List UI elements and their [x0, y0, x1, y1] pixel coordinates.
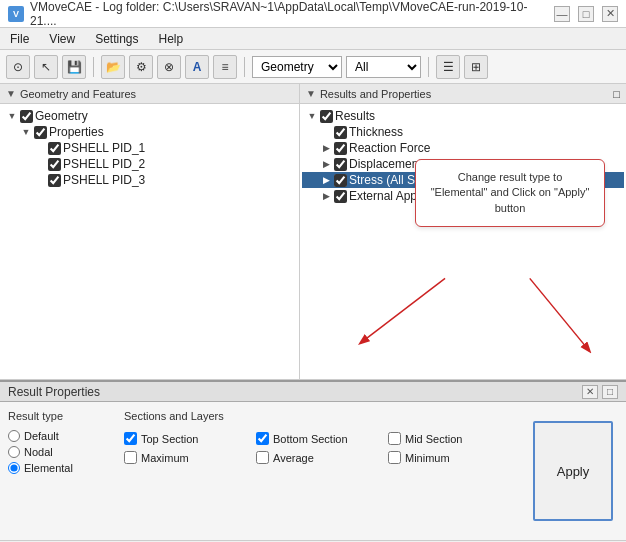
toolbar-open-button[interactable]: 📂	[101, 55, 125, 79]
close-button[interactable]: ✕	[602, 6, 618, 22]
radio-elemental-label: Elemental	[24, 462, 73, 474]
cb-top-section-label: Top Section	[141, 433, 198, 445]
toolbar-text-button[interactable]: A	[185, 55, 209, 79]
toolbar-list-button[interactable]: ☰	[436, 55, 460, 79]
cb-mid-section-label: Mid Section	[405, 433, 462, 445]
checkbox-displacement[interactable]	[334, 158, 347, 171]
rp-header-close-btn[interactable]: ✕	[582, 385, 598, 399]
right-panel-expand-icon[interactable]: □	[613, 88, 620, 100]
cb-average-label: Average	[273, 452, 314, 464]
toolbar-save-button[interactable]: 💾	[62, 55, 86, 79]
radio-default-input[interactable]	[8, 430, 20, 442]
toolbar-settings-button[interactable]: ⚙	[129, 55, 153, 79]
checkbox-pshell2[interactable]	[48, 158, 61, 171]
cb-maximum-label: Maximum	[141, 452, 189, 464]
left-panel-collapse-icon[interactable]: ▼	[6, 88, 16, 99]
left-panel: ▼ Geometry and Features ▼ Geometry ▼ Pro…	[0, 84, 300, 379]
result-properties-body: Result type Default Nodal Elemental Sect…	[0, 402, 626, 540]
callout-text: Change result type to "Elemental" and Cl…	[431, 171, 590, 214]
toolbar: ⊙ ↖ 💾 📂 ⚙ ⊗ A ≡ Geometry All ☰ ⊞	[0, 50, 626, 84]
apply-button[interactable]: Apply	[533, 421, 613, 521]
checkbox-reaction-force[interactable]	[334, 142, 347, 155]
expand-geometry-icon: ▼	[6, 110, 18, 122]
cb-bottom-section-label: Bottom Section	[273, 433, 348, 445]
expand-stress-icon: ▶	[320, 174, 332, 186]
toolbar-cursor-button[interactable]: ↖	[34, 55, 58, 79]
toolbar-filter-button[interactable]: ⊗	[157, 55, 181, 79]
expand-properties-icon: ▼	[20, 126, 32, 138]
label-pshell1: PSHELL PID_1	[63, 141, 145, 155]
cb-bottom-section-input[interactable]	[256, 432, 269, 445]
result-properties-panel: Result Properties ✕ □ Result type Defaul…	[0, 380, 626, 540]
svg-line-1	[530, 278, 590, 351]
radio-default[interactable]: Default	[8, 430, 108, 442]
checkbox-geometry[interactable]	[20, 110, 33, 123]
cb-bottom-section[interactable]: Bottom Section	[256, 432, 380, 445]
tree-item-reaction-force[interactable]: ▶ Reaction Force	[302, 140, 624, 156]
tree-item-geometry[interactable]: ▼ Geometry	[2, 108, 297, 124]
radio-default-label: Default	[24, 430, 59, 442]
menu-bar: File View Settings Help	[0, 28, 626, 50]
checkbox-pshell1[interactable]	[48, 142, 61, 155]
cb-maximum[interactable]: Maximum	[124, 451, 248, 464]
checkbox-properties[interactable]	[34, 126, 47, 139]
right-panel-collapse-icon[interactable]: ▼	[306, 88, 316, 99]
cb-minimum[interactable]: Minimum	[388, 451, 512, 464]
tree-item-pshell3[interactable]: ▶ PSHELL PID_3	[2, 172, 297, 188]
toolbar-home-button[interactable]: ⊙	[6, 55, 30, 79]
geometry-dropdown[interactable]: Geometry	[252, 56, 342, 78]
cb-mid-section-input[interactable]	[388, 432, 401, 445]
toolbar-separator-3	[428, 57, 429, 77]
cb-top-section-input[interactable]	[124, 432, 137, 445]
checkbox-pshell3[interactable]	[48, 174, 61, 187]
cb-mid-section[interactable]: Mid Section	[388, 432, 512, 445]
radio-nodal-label: Nodal	[24, 446, 53, 458]
title-bar: V VMoveCAE - Log folder: C:\Users\SRAVAN…	[0, 0, 626, 28]
sections-column: Sections and Layers Top Section Bottom S…	[124, 410, 512, 532]
radio-nodal[interactable]: Nodal	[8, 446, 108, 458]
left-tree: ▼ Geometry ▼ Properties ▶ PSHELL PID_1 ▶…	[0, 104, 299, 379]
toolbar-separator-1	[93, 57, 94, 77]
cb-average[interactable]: Average	[256, 451, 380, 464]
menu-settings[interactable]: Settings	[91, 31, 142, 47]
toolbar-separator-2	[244, 57, 245, 77]
radio-elemental-input[interactable]	[8, 462, 20, 474]
checkbox-thickness[interactable]	[334, 126, 347, 139]
left-panel-header: ▼ Geometry and Features	[0, 84, 299, 104]
tree-item-pshell1[interactable]: ▶ PSHELL PID_1	[2, 140, 297, 156]
title-bar-controls: — □ ✕	[554, 6, 618, 22]
right-panel-title: Results and Properties	[320, 88, 431, 100]
tree-item-results[interactable]: ▼ Results	[302, 108, 624, 124]
label-thickness: Thickness	[349, 125, 403, 139]
menu-view[interactable]: View	[45, 31, 79, 47]
callout-bubble: Change result type to "Elemental" and Cl…	[415, 159, 605, 227]
maximize-button[interactable]: □	[578, 6, 594, 22]
toolbar-grid-button[interactable]: ⊞	[464, 55, 488, 79]
minimize-button[interactable]: —	[554, 6, 570, 22]
cb-minimum-input[interactable]	[388, 451, 401, 464]
tree-item-pshell2[interactable]: ▶ PSHELL PID_2	[2, 156, 297, 172]
label-geometry: Geometry	[35, 109, 88, 123]
apply-column: Apply	[528, 410, 618, 532]
radio-elemental[interactable]: Elemental	[8, 462, 108, 474]
all-dropdown[interactable]: All	[346, 56, 421, 78]
tree-item-properties[interactable]: ▼ Properties	[2, 124, 297, 140]
left-panel-header-left: ▼ Geometry and Features	[6, 88, 136, 100]
toolbar-layer-button[interactable]: ≡	[213, 55, 237, 79]
result-type-label: Result type	[8, 410, 108, 422]
label-results: Results	[335, 109, 375, 123]
checkbox-external-force[interactable]	[334, 190, 347, 203]
checkbox-results[interactable]	[320, 110, 333, 123]
menu-file[interactable]: File	[6, 31, 33, 47]
result-properties-header: Result Properties ✕ □	[0, 382, 626, 402]
cb-average-input[interactable]	[256, 451, 269, 464]
menu-help[interactable]: Help	[155, 31, 188, 47]
expand-displacement-icon: ▶	[320, 158, 332, 170]
tree-item-thickness[interactable]: ▶ Thickness	[302, 124, 624, 140]
svg-line-0	[360, 278, 445, 343]
rp-header-expand-btn[interactable]: □	[602, 385, 618, 399]
cb-top-section[interactable]: Top Section	[124, 432, 248, 445]
radio-nodal-input[interactable]	[8, 446, 20, 458]
checkbox-stress[interactable]	[334, 174, 347, 187]
cb-maximum-input[interactable]	[124, 451, 137, 464]
